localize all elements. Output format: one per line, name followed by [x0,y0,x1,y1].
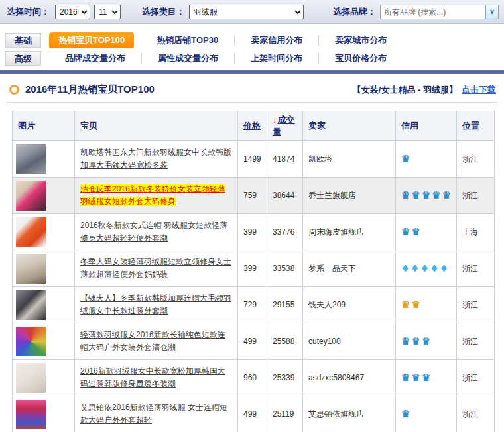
product-title-link[interactable]: 冬季大码女装轻薄羽绒服短款立领修身女士薄款超薄轻便外套妈妈装 [80,257,231,279]
blue-crown-icon: ♛ [401,408,411,420]
seller-cell: asdzxc5808467 [303,360,396,396]
table-row: 【钱夫人】冬季新款韩版加厚连帽大毛领羽绒服女中长款过膝外套潮72929155钱夫… [13,287,495,323]
page-title: 2016年11月热销宝贝TOP100 [25,83,353,96]
category-select[interactable]: 羽绒服 [189,5,304,19]
blue-diamond-icon: ♦ [440,263,450,274]
col-header-item: 宝贝 [75,111,238,141]
price-cell: 499 [238,396,267,432]
product-thumbnail[interactable] [16,181,46,211]
tab-navigation: 基础 热销宝贝TOP100热销店铺TOP30卖家信用分布卖家城市分布 高级 品牌… [0,31,504,74]
year-select[interactable]: 2016 [55,5,90,19]
blue-crown-icon: ♛ [422,189,432,201]
volume-cell: 25588 [267,323,303,360]
price-cell: 759 [238,178,267,214]
product-title-link[interactable]: 凯欧塔韩国东大门新款羽绒服女中长款韩版加厚大毛领大码宽松冬装 [80,148,231,170]
basic-group-label: 基础 [5,33,41,48]
col-header-location: 位置 [457,111,495,141]
blue-diamond-icon: ♦ [401,263,411,274]
filter-bar: 选择时间： 2016 11 选择类目： 羽绒服 选择品牌： ∨ [0,0,504,24]
volume-cell: 33776 [267,214,303,250]
table-row: 清仓反季2016新款冬装特价女装立领轻薄羽绒服女短款外套大码修身75938644… [13,178,495,214]
blue-crown-icon: ♛ [411,189,421,201]
price-cell: 499 [238,323,267,360]
product-title-link[interactable]: 轻薄款羽绒服女2016新款长袖纯色短款连帽大码户外女装外套清仓潮 [80,330,225,352]
blue-crown-icon: ♛ [411,372,421,384]
product-thumbnail[interactable] [16,290,46,320]
price-cell: 729 [238,287,267,323]
volume-cell: 25339 [267,360,303,396]
volume-cell: 25119 [267,396,303,432]
item-cell: 2016秋冬新款女式连帽 羽绒服女短款轻薄 修身大码超轻轻便外套潮 [75,214,238,250]
advanced-group-label: 高级 [5,51,41,66]
product-title-link[interactable]: 艾思铂依2016新款轻薄羽绒服 女士连帽短款大码户外外套超轻 [80,403,227,425]
product-thumbnail[interactable] [16,327,46,356]
basic-tab-1[interactable]: 热销店铺TOP30 [141,35,234,46]
product-thumbnail[interactable] [16,144,46,174]
blue-crown-icon: ♛ [411,335,421,347]
volume-cell: 41874 [267,141,303,178]
product-thumbnail[interactable] [16,217,46,247]
section-header: 2016年11月热销宝贝TOP100 【女装/女士精品 - 羽绒服】 点击下载 [7,83,497,103]
product-title-link[interactable]: 清仓反季2016新款冬装特价女装立领轻薄羽绒服女短款外套大码修身 [80,184,225,206]
credit-cell: ♛ [396,141,457,178]
col-header-price[interactable]: 价格 [238,111,267,141]
credit-cell: ♛♛♛ [396,323,457,360]
chevron-down-icon: ∨ [489,7,495,16]
nav-divider-bar [0,70,504,74]
basic-tab-3[interactable]: 卖家城市分布 [318,35,403,46]
blue-crown-icon: ♛ [411,226,421,238]
time-filter-label: 选择时间： [7,6,50,18]
advanced-tab-1[interactable]: 属性成交量分布 [141,53,234,64]
brand-dropdown-button[interactable]: ∨ [485,5,499,19]
location-cell: 浙江 [457,141,495,178]
table-body: 凯欧塔韩国东大门新款羽绒服女中长款韩版加厚大毛领大码宽松冬装149941874凯… [13,141,495,432]
product-title-link[interactable]: 【钱夫人】冬季新款韩版加厚连帽大毛领羽绒服女中长款过膝外套潮 [80,294,231,315]
advanced-tab-2[interactable]: 上架时间分布 [234,53,318,64]
location-cell: 上海 [457,214,495,250]
volume-cell: 33538 [267,250,303,287]
gold-crown-icon: ♛ [401,299,411,311]
item-cell: 艾思铂依2016新款轻薄羽绒服 女士连帽短款大码户外外套超轻 [75,396,238,432]
item-cell: 清仓反季2016新款冬装特价女装立领轻薄羽绒服女短款外套大码修身 [75,178,238,214]
download-link[interactable]: 点击下载 [462,84,496,96]
blue-crown-icon: ♛ [442,189,452,201]
brand-search-input[interactable] [380,5,485,19]
brand-combobox: ∨ [380,5,499,19]
volume-cell: 38644 [267,178,303,214]
advanced-tab-0[interactable]: 品牌成交量分布 [49,53,141,64]
product-thumbnail[interactable] [16,363,46,393]
location-cell: 浙江 [457,323,495,360]
seller-cell: 艾思铂依旗舰店 [303,396,396,432]
product-thumbnail[interactable] [16,400,46,429]
table-row: 冬季大码女装轻薄羽绒服短款立领修身女士薄款超薄轻便外套妈妈装39933538梦系… [13,250,495,287]
blue-crown-icon: ♛ [401,153,411,165]
volume-cell: 29155 [267,287,303,323]
item-cell: 凯欧塔韩国东大门新款羽绒服女中长款韩版加厚大毛领大码宽松冬装 [75,141,238,178]
month-select[interactable]: 11 [94,5,121,19]
item-cell: 2016新款羽绒服女中长款宽松加厚韩国大码过膝韩版修身显瘦冬装潮 [75,360,238,396]
item-cell: 冬季大码女装轻薄羽绒服短款立领修身女士薄款超薄轻便外套妈妈装 [75,250,238,287]
category-filter-label: 选择类目： [142,6,185,18]
item-cell: 轻薄款羽绒服女2016新款长袖纯色短款连帽大码户外女装外套清仓潮 [75,323,238,360]
seller-cell: 梦系一品天下 [303,250,396,287]
basic-tab-2[interactable]: 卖家信用分布 [234,35,318,46]
product-thumbnail[interactable] [16,254,46,284]
col-header-volume[interactable]: ↓成交量 [267,111,303,141]
item-cell: 【钱夫人】冬季新款韩版加厚连帽大毛领羽绒服女中长款过膝外套潮 [75,287,238,323]
blue-crown-icon: ♛ [432,189,442,201]
advanced-tab-3[interactable]: 宝贝价格分布 [318,53,403,64]
brand-filter-label: 选择品牌： [333,6,376,18]
basic-tab-0[interactable]: 热销宝贝TOP100 [49,32,134,48]
credit-cell: ♦♦♦♦♦ [396,250,457,287]
image-cell [13,287,75,323]
seller-cell: 乔士兰旗舰店 [303,178,396,214]
price-cell: 960 [238,360,267,396]
credit-cell: ♛♛♛ [396,360,457,396]
price-sort-link[interactable]: 价格 [243,121,261,131]
credit-cell: ♛ [396,396,457,432]
product-title-link[interactable]: 2016新款羽绒服女中长款宽松加厚韩国大码过膝韩版修身显瘦冬装潮 [80,366,225,388]
table-row: 轻薄款羽绒服女2016新款长袖纯色短款连帽大码户外女装外套清仓潮49925588… [13,323,495,360]
product-title-link[interactable]: 2016秋冬新款女式连帽 羽绒服女短款轻薄 修身大码超轻轻便外套潮 [80,221,227,243]
seller-cell: cutey100 [303,323,396,360]
blue-crown-icon: ♛ [422,372,432,384]
